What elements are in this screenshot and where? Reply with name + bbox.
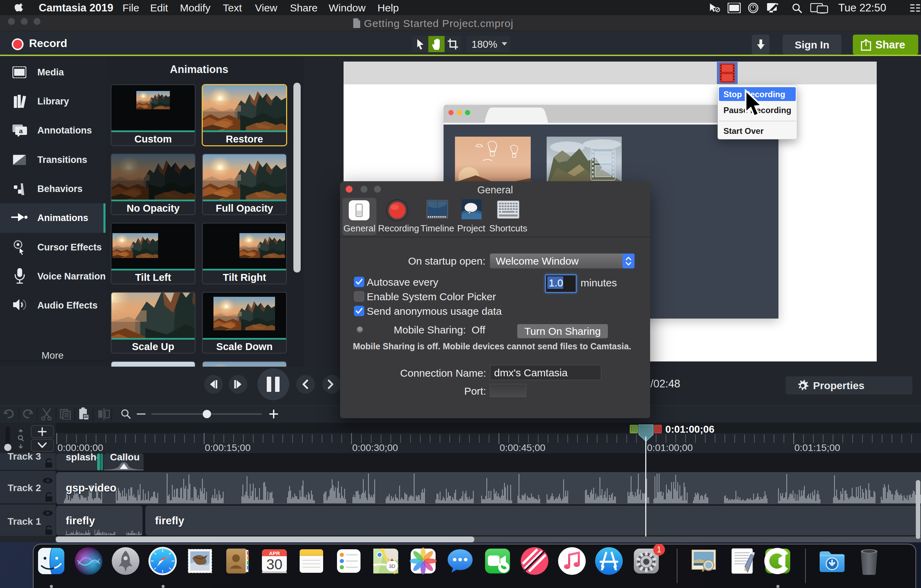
svg-text:a: a bbox=[19, 127, 23, 135]
svg-text:30: 30 bbox=[267, 556, 283, 572]
svg-text:3D: 3D bbox=[389, 563, 395, 569]
svg-text:APR: APR bbox=[269, 550, 280, 556]
